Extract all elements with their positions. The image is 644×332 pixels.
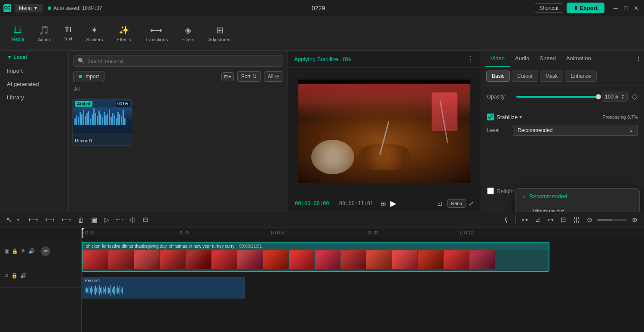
toolbar-filters[interactable]: ◈ Filters [175,22,201,45]
media-actions: Import ⊞ ▾ Sort ⇅ All ⊟ [69,71,288,86]
opacity-arrows: ▲ ▼ [621,93,625,100]
app-logo: CC [3,4,11,12]
track-video-icon: ▣ [4,248,9,254]
minimize-button[interactable]: ─ [611,4,620,12]
search-input[interactable] [87,58,279,64]
sort-button[interactable]: Sort ⇅ [237,71,261,82]
preview-menu-icon[interactable]: ⋮ [467,54,475,64]
library-item[interactable]: Library [0,91,68,104]
video-track-label: ▣ 🔒 👁 🔊 ✏ [0,238,81,264]
dropdown-minimum-cut[interactable]: Minimum cut [516,204,639,212]
toolbar-effects[interactable]: ✨ Effects [110,22,138,45]
tab-speed[interactable]: Speed [534,51,561,67]
ratio-button[interactable]: Ratio [447,199,466,208]
opacity-keyframe[interactable] [631,93,638,100]
split-button[interactable]: ⟼ [27,215,40,225]
import-button[interactable]: Import [73,71,104,82]
camera-button[interactable]: ⊿ [533,215,543,225]
grid-icon[interactable]: ⊞ [381,200,386,207]
maximize-button[interactable]: □ [622,4,630,12]
opacity-value: 100% [605,94,621,100]
trim-end-button[interactable]: ⟻ [43,215,57,225]
add-button[interactable]: ⊕ [630,215,640,225]
toolbar: 🎞 Media 🎵 Audio TI Text ✦ Stickers ✨ Eff… [0,16,644,51]
audio-button-tl[interactable]: 〰 [114,215,125,225]
level-row: Level Recommended ▲ [487,125,638,136]
sub-tab-mask[interactable]: Mask [540,71,564,82]
sub-tab-cutout[interactable]: Cutout [512,71,538,82]
zoom-out-button[interactable]: ⊖ [585,215,595,225]
crop-button[interactable]: ▣ [89,215,99,225]
tl-sep-2 [515,215,516,224]
level-label: Level [487,127,513,133]
mask-button-tl[interactable]: ⏀ [127,215,138,225]
check-icon: ✓ [522,193,527,200]
playhead[interactable] [82,228,83,238]
timeline-content: ▣ 🔒 👁 🔊 ✏ ↺ 🔒 🔊 00:00 | 00:03 | 00: [0,228,644,332]
shortcut-button[interactable]: Shortcut [535,3,564,13]
stabilize-checkbox[interactable] [487,114,494,120]
video-clip[interactable]: chicken for festive dinner thanksgiving … [82,242,549,272]
menu-button[interactable]: Menu ▼ [15,4,43,12]
fullscreen-button[interactable]: ⤢ [469,200,474,207]
import-item[interactable]: Import [0,64,68,77]
track-audio-icon[interactable]: 🔊 [28,248,35,254]
local-header[interactable]: ▼ Local [0,51,68,64]
preview-area: Applying Stabilize...8% ⋮ 00:00:00:00 [288,51,481,212]
toolbar-text[interactable]: TI Text [57,23,79,44]
toolbar-effects-label: Effects [117,37,131,42]
trim-start-button[interactable]: ⟻ [59,215,73,225]
relight-checkbox[interactable] [487,188,494,194]
sub-tab-enhance[interactable]: Enhance [565,71,596,82]
window-controls: ─ □ ✕ [611,4,641,12]
crop-icon[interactable]: ⊡ [435,199,445,208]
dropdown-recommended[interactable]: ✓ Recommended [516,189,639,204]
opacity-slider[interactable] [516,96,598,98]
mic-button[interactable]: 🎙 [501,215,512,225]
all-filter-button[interactable]: All ⊟ [264,71,283,82]
edit-pencil-button[interactable]: ✏ [41,246,50,256]
time-marker-4: | 00:12 [460,231,473,235]
export-button[interactable]: ⬆ Export [567,3,604,13]
toolbar-audio[interactable]: 🎵 Audio [31,22,57,45]
toolbar-media[interactable]: 🎞 Media [4,22,31,44]
audio-clip[interactable]: Record1 [82,277,245,298]
media-grid: Added 00:05 Record1 [69,95,288,149]
align-button[interactable]: ⊟ [558,215,568,225]
level-select[interactable]: Recommended ▲ [513,125,638,136]
split2-button[interactable]: ⟨|⟩ [571,215,582,225]
tab-animation[interactable]: Animation [561,51,596,67]
zoom-slider[interactable] [597,219,627,221]
tab-video[interactable]: Video [485,51,510,67]
delete-button[interactable]: 🗑 [76,215,86,225]
search-icon: 🔍 [78,58,85,64]
view-toggle[interactable]: ⊞ ▾ [221,72,234,81]
audio-clip-label: Record1 [82,277,245,284]
diamond-icon [632,94,638,100]
transitions-icon: ⟷ [150,25,163,35]
select-tool-button[interactable]: ↖ [4,215,14,225]
clip-frame-13 [392,250,418,269]
sub-tab-basic[interactable]: Basic [486,71,510,82]
toolbar-stickers[interactable]: ✦ Stickers [79,22,110,45]
play-button[interactable]: ▶ [390,199,396,208]
tab-audio[interactable]: Audio [510,51,534,67]
tab-more-icon[interactable]: ⟩ [638,55,640,62]
ai-generated-item[interactable]: AI generated [0,77,68,91]
stabilize-chevron-icon[interactable]: ▾ [519,114,522,120]
left-panel: ▼ Local Import AI generated Library [0,51,69,212]
group-button-tl[interactable]: ⊟ [141,215,150,225]
close-button[interactable]: ✕ [632,4,641,12]
media-thumb-record1[interactable]: Added 00:05 Record1 [72,98,132,146]
time-marker-3: | 00:09 [365,231,378,235]
toolbar-transitions[interactable]: ⟷ Transitions [138,22,175,45]
track-eye-icon[interactable]: 👁 [21,248,26,254]
play-button-tl[interactable]: ▷ [102,215,111,225]
toolbar-adjustment[interactable]: ⊞ Adjustment [201,22,239,45]
link-button[interactable]: ⊶ [519,215,530,225]
unlink-button[interactable]: ⊶ [545,215,556,225]
topbar-right: Shortcut ⬆ Export ─ □ ✕ [535,3,641,13]
clip-frame-9 [289,250,315,269]
opacity-down-arrow[interactable]: ▼ [621,97,625,100]
audio-track-vol-icon[interactable]: 🔊 [20,273,27,279]
